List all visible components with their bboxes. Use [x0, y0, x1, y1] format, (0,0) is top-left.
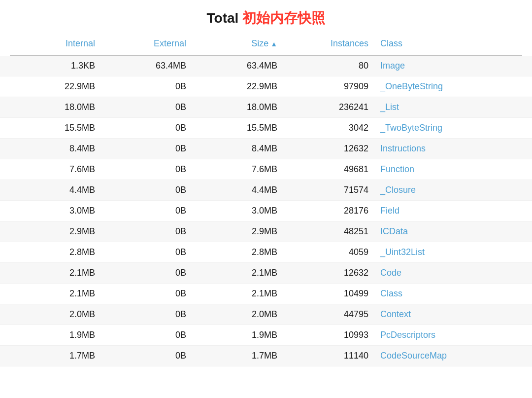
cell-instances: 11140: [283, 346, 374, 366]
cell-size: 8.4MB: [192, 139, 283, 159]
cell-internal: 7.6MB: [10, 159, 101, 180]
cell-instances: 44795: [283, 304, 374, 325]
cell-external: 0B: [101, 159, 192, 180]
cell-internal: 2.9MB: [10, 221, 101, 242]
table-header: Internal External Size▲ Instances Class: [0, 33, 532, 55]
cell-class: PcDescriptors: [374, 325, 522, 345]
sort-arrow-icon: ▲: [270, 40, 277, 48]
cell-external: 0B: [101, 284, 192, 304]
cell-external: 0B: [101, 263, 192, 283]
cell-internal: 2.1MB: [10, 263, 101, 283]
table-row[interactable]: 2.1MB0B2.1MB12632Code: [0, 263, 532, 284]
cell-instances: 236241: [283, 97, 374, 117]
cell-internal: 18.0MB: [10, 97, 101, 117]
cell-size: 2.0MB: [192, 304, 283, 325]
cell-instances: 3042: [283, 118, 374, 138]
header-class: Class: [374, 35, 522, 53]
cell-size: 63.4MB: [192, 56, 283, 76]
cell-size: 1.9MB: [192, 325, 283, 345]
title-chinese: 初始内存快照: [242, 9, 325, 28]
cell-class: _Uint32List: [374, 242, 522, 262]
cell-size: 18.0MB: [192, 97, 283, 117]
cell-external: 0B: [101, 221, 192, 242]
table-row[interactable]: 15.5MB0B15.5MB3042_TwoByteString: [0, 118, 532, 139]
cell-instances: 71574: [283, 180, 374, 200]
cell-internal: 1.7MB: [10, 346, 101, 366]
cell-instances: 4059: [283, 242, 374, 262]
cell-size: 2.8MB: [192, 242, 283, 262]
table-row[interactable]: 1.9MB0B1.9MB10993PcDescriptors: [0, 325, 532, 346]
cell-instances: 10993: [283, 325, 374, 345]
header-internal: Internal: [10, 35, 101, 53]
cell-class: Function: [374, 159, 522, 180]
cell-external: 63.4MB: [101, 56, 192, 76]
table-row[interactable]: 4.4MB0B4.4MB71574_Closure: [0, 180, 532, 201]
cell-external: 0B: [101, 97, 192, 117]
cell-size: 2.9MB: [192, 221, 283, 242]
table-row[interactable]: 1.7MB0B1.7MB11140CodeSourceMap: [0, 346, 532, 366]
cell-size: 7.6MB: [192, 159, 283, 180]
header-size-label: Size: [251, 38, 268, 49]
title-row: Total 初始内存快照: [0, 0, 532, 33]
cell-class: Context: [374, 304, 522, 325]
cell-internal: 2.8MB: [10, 242, 101, 262]
cell-internal: 8.4MB: [10, 139, 101, 159]
cell-instances: 28176: [283, 201, 374, 221]
cell-external: 0B: [101, 242, 192, 262]
cell-internal: 2.0MB: [10, 304, 101, 325]
cell-external: 0B: [101, 325, 192, 345]
cell-external: 0B: [101, 118, 192, 138]
table-row[interactable]: 2.9MB0B2.9MB48251ICData: [0, 221, 532, 242]
cell-class: Image: [374, 56, 522, 76]
table-row[interactable]: 8.4MB0B8.4MB12632Instructions: [0, 139, 532, 159]
cell-size: 3.0MB: [192, 201, 283, 221]
cell-size: 22.9MB: [192, 76, 283, 97]
cell-internal: 22.9MB: [10, 76, 101, 97]
table-row[interactable]: 7.6MB0B7.6MB49681Function: [0, 159, 532, 180]
table-row[interactable]: 3.0MB0B3.0MB28176Field: [0, 201, 532, 221]
cell-instances: 49681: [283, 159, 374, 180]
table-row[interactable]: 2.0MB0B2.0MB44795Context: [0, 304, 532, 325]
cell-class: _List: [374, 97, 522, 117]
cell-instances: 97909: [283, 76, 374, 97]
table-row[interactable]: 1.3KB63.4MB63.4MB80Image: [0, 56, 532, 76]
cell-class: Class: [374, 284, 522, 304]
cell-instances: 12632: [283, 139, 374, 159]
cell-instances: 10499: [283, 284, 374, 304]
cell-class: _Closure: [374, 180, 522, 200]
cell-internal: 1.3KB: [10, 56, 101, 76]
cell-external: 0B: [101, 180, 192, 200]
cell-internal: 4.4MB: [10, 180, 101, 200]
cell-external: 0B: [101, 346, 192, 366]
cell-class: _OneByteString: [374, 76, 522, 97]
cell-size: 4.4MB: [192, 180, 283, 200]
cell-class: ICData: [374, 221, 522, 242]
header-size[interactable]: Size▲: [192, 35, 283, 53]
table-row[interactable]: 2.1MB0B2.1MB10499Class: [0, 284, 532, 304]
header-external: External: [101, 35, 192, 53]
data-table: 1.3KB63.4MB63.4MB80Image22.9MB0B22.9MB97…: [0, 56, 532, 366]
cell-internal: 15.5MB: [10, 118, 101, 138]
cell-class: Instructions: [374, 139, 522, 159]
cell-class: Field: [374, 201, 522, 221]
cell-internal: 1.9MB: [10, 325, 101, 345]
cell-external: 0B: [101, 201, 192, 221]
cell-instances: 48251: [283, 221, 374, 242]
table-row[interactable]: 2.8MB0B2.8MB4059_Uint32List: [0, 242, 532, 263]
table-row[interactable]: 22.9MB0B22.9MB97909_OneByteString: [0, 76, 532, 97]
cell-instances: 80: [283, 56, 374, 76]
cell-size: 2.1MB: [192, 284, 283, 304]
table-row[interactable]: 18.0MB0B18.0MB236241_List: [0, 97, 532, 118]
title-total: Total: [207, 10, 239, 26]
main-container: Total 初始内存快照 Internal External Size▲ Ins…: [0, 0, 532, 398]
cell-external: 0B: [101, 304, 192, 325]
cell-internal: 2.1MB: [10, 284, 101, 304]
cell-external: 0B: [101, 76, 192, 97]
cell-size: 15.5MB: [192, 118, 283, 138]
header-instances: Instances: [283, 35, 374, 53]
cell-external: 0B: [101, 139, 192, 159]
cell-class: CodeSourceMap: [374, 346, 522, 366]
cell-instances: 12632: [283, 263, 374, 283]
cell-class: Code: [374, 263, 522, 283]
cell-size: 1.7MB: [192, 346, 283, 366]
